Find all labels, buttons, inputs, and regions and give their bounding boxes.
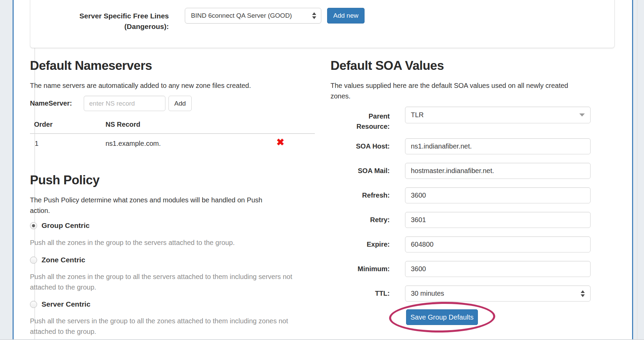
- add-nameserver-button[interactable]: Add: [168, 96, 192, 111]
- nameserver-field-label: NameServer:: [30, 99, 72, 107]
- server-centric-description: Push all the servers in the group to all…: [30, 316, 309, 337]
- free-lines-label-line2: (Dangerous):: [30, 21, 169, 32]
- expire-input[interactable]: 604800: [405, 236, 591, 252]
- caret-down-icon: [579, 113, 585, 117]
- group-centric-description: Push all the zones in the group to the s…: [30, 237, 309, 248]
- parent-resource-value: TLR: [411, 111, 424, 119]
- radio-unselected-icon[interactable]: [30, 257, 37, 264]
- soa-mail-input[interactable]: hostmaster.indianafiber.net.: [405, 163, 591, 179]
- radio-option-zone-centric[interactable]: Zone Centric: [30, 256, 85, 264]
- ttl-select[interactable]: 30 minutes: [405, 285, 591, 302]
- radio-selected-icon[interactable]: [30, 222, 37, 229]
- push-policy-title: Push Policy: [30, 172, 99, 188]
- soa-host-label: SOA Host:: [331, 142, 390, 151]
- radio-option-group-centric[interactable]: Group Centric: [30, 221, 90, 230]
- expire-value: 604800: [411, 241, 434, 248]
- nameserver-input-placeholder: enter NS record: [89, 100, 135, 107]
- parent-resource-label: Parent Resource:: [349, 111, 390, 132]
- free-lines-label: Server Specific Free Lines (Dangerous):: [30, 11, 169, 32]
- nameservers-description: The name servers are automatically added…: [30, 80, 316, 91]
- retry-value: 3601: [411, 216, 426, 224]
- zone-centric-description: Push all the zones in the group to all t…: [30, 272, 309, 293]
- soa-title: Default SOA Values: [331, 58, 444, 74]
- radio-option-server-centric[interactable]: Server Centric: [30, 300, 91, 308]
- soa-mail-value: hostmaster.indianafiber.net.: [411, 167, 494, 175]
- refresh-value: 3600: [411, 191, 426, 199]
- minimum-input[interactable]: 3600: [405, 261, 591, 277]
- expire-label: Expire:: [331, 240, 390, 249]
- add-new-button[interactable]: Add new: [327, 8, 365, 24]
- retry-input[interactable]: 3601: [405, 212, 591, 228]
- table-header-order: Order: [34, 121, 52, 128]
- inner-right-border: [637, 0, 638, 340]
- table-header-ns-record: NS Record: [106, 121, 140, 128]
- delete-nameserver-icon[interactable]: ✖: [276, 138, 284, 147]
- server-select-value: BIND 6connect QA Server (GOOD): [191, 12, 292, 19]
- minimum-value: 3600: [411, 265, 426, 273]
- nameservers-title: Default Nameservers: [30, 58, 152, 74]
- nameserver-input[interactable]: enter NS record: [84, 96, 165, 111]
- server-free-lines-panel: Server Specific Free Lines (Dangerous): …: [30, 0, 615, 48]
- soa-mail-label: SOA Mail:: [331, 167, 390, 175]
- retry-label: Retry:: [331, 216, 390, 224]
- save-group-defaults-button[interactable]: Save Group Defaults: [406, 309, 478, 325]
- server-select[interactable]: BIND 6connect QA Server (GOOD): [185, 8, 321, 24]
- minimum-label: Minimum:: [331, 265, 390, 273]
- push-policy-description: The Push Policy determine what zones and…: [30, 195, 275, 216]
- refresh-label: Refresh:: [331, 191, 390, 200]
- soa-host-value: ns1.indianafiber.net.: [411, 142, 472, 150]
- free-lines-label-line1: Server Specific Free Lines: [30, 11, 169, 21]
- table-row-ns-record: ns1.example.com.: [106, 140, 161, 148]
- radio-label: Group Centric: [42, 221, 90, 230]
- table-divider: [30, 133, 315, 134]
- ttl-value: 30 minutes: [411, 290, 444, 297]
- parent-resource-dropdown[interactable]: TLR: [405, 107, 591, 123]
- ttl-label: TTL:: [331, 289, 390, 298]
- radio-label: Zone Centric: [42, 256, 85, 264]
- soa-host-input[interactable]: ns1.indianafiber.net.: [405, 138, 591, 154]
- radio-label: Server Centric: [42, 300, 91, 308]
- radio-unselected-icon[interactable]: [30, 301, 37, 308]
- soa-description: The values supplied here are the default…: [331, 80, 589, 102]
- select-stepper-icon: [581, 290, 585, 297]
- select-stepper-icon: [312, 12, 316, 19]
- table-row-order: 1: [35, 140, 38, 148]
- refresh-input[interactable]: 3600: [405, 187, 591, 203]
